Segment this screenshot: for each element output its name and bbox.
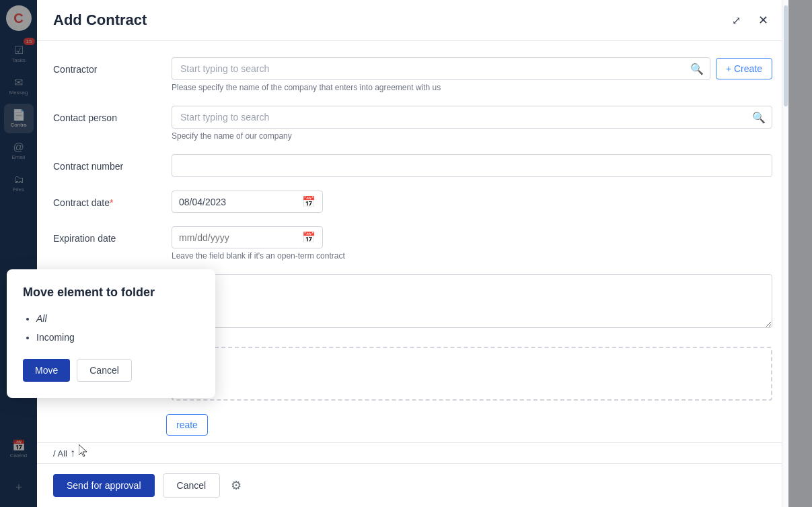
dialog-scrollbar[interactable] [782, 0, 788, 507]
contractor-search-wrapper: 🔍 [172, 57, 710, 80]
contractor-input-row: 🔍 + Create [172, 57, 772, 80]
contractor-field: 🔍 + Create Please specify the name of th… [172, 57, 772, 92]
contact-person-search-input[interactable] [172, 106, 772, 129]
dialog-scrollbar-thumb [784, 5, 788, 106]
expiration-date-wrapper[interactable]: 📅 [172, 226, 323, 248]
move-popup-title: Move element to folder [23, 285, 199, 300]
contractor-row: Contractor 🔍 + Create Please specify the… [53, 57, 772, 92]
contact-person-row: Contact person 🔍 Specify the name of our… [53, 106, 772, 141]
contractor-label: Contractor [53, 57, 161, 75]
contract-number-input[interactable] [172, 154, 772, 177]
contract-amount-textarea[interactable] [172, 274, 772, 328]
close-button[interactable]: ✕ [753, 11, 772, 30]
path-up-button[interactable]: ↑ [70, 447, 75, 459]
contractor-hint: Please specify the name of the company t… [172, 83, 772, 92]
move-popup-cancel-button[interactable]: Cancel [77, 359, 132, 382]
contract-number-field [172, 154, 772, 177]
contract-date-required: * [110, 197, 113, 208]
dialog-header-actions: ⤢ ✕ [727, 11, 772, 30]
move-to-folder-popup: Move element to folder All Incoming Move… [7, 269, 215, 398]
contact-person-search-wrapper: 🔍 [172, 106, 772, 129]
expand-button[interactable]: ⤢ [727, 11, 745, 30]
expiration-date-hint: Leave the field blank if it's an open-te… [172, 251, 772, 261]
close-icon: ✕ [758, 13, 768, 28]
folder-item-incoming[interactable]: Incoming [36, 332, 199, 343]
dialog-header: Add Contract ⤢ ✕ [37, 0, 788, 41]
contract-date-field: 📅 [172, 191, 772, 213]
contract-date-row: Contract date* 📅 [53, 191, 772, 213]
contact-person-field: 🔍 Specify the name of our company [172, 106, 772, 141]
expiration-date-label: Expiration date [53, 226, 161, 244]
contract-number-row: Contract number [53, 154, 772, 177]
send-for-approval-button[interactable]: Send for approval [53, 474, 155, 497]
add-btn-field: reate [166, 414, 772, 436]
file-upload-area[interactable] [172, 347, 772, 401]
upload-field [172, 344, 772, 401]
path-indicator: / All ↑ [37, 442, 788, 463]
expand-icon: ⤢ [732, 14, 741, 27]
contract-date-input[interactable] [179, 197, 297, 207]
add-contract-dialog: Add Contract ⤢ ✕ Contractor 🔍 + Create [37, 0, 788, 507]
reate-button[interactable]: reate [166, 414, 208, 436]
dialog-title: Add Contract [53, 11, 147, 29]
contract-date-wrapper[interactable]: 📅 [172, 191, 323, 213]
contact-person-label: Contact person [53, 106, 161, 123]
contract-date-label: Contract date* [53, 191, 161, 208]
expiration-date-row: Expiration date 📅 Leave the field blank … [53, 226, 772, 261]
expiration-date-input[interactable] [179, 232, 297, 243]
add-btn-label [53, 421, 161, 428]
contract-number-label: Contract number [53, 154, 161, 172]
settings-button[interactable]: ⚙ [228, 475, 244, 496]
cancel-button[interactable]: Cancel [163, 473, 221, 498]
folder-item-all[interactable]: All [36, 313, 199, 324]
contract-date-calendar-icon[interactable]: 📅 [302, 195, 316, 208]
dialog-footer: Send for approval Cancel ⚙ [37, 463, 788, 507]
contractor-search-input[interactable] [172, 57, 710, 80]
move-popup-list: All Incoming [23, 313, 199, 343]
expiration-date-calendar-icon[interactable]: 📅 [302, 231, 316, 244]
move-button[interactable]: Move [23, 359, 70, 382]
settings-icon: ⚙ [231, 479, 242, 492]
add-btn-row: reate [53, 414, 772, 436]
move-popup-actions: Move Cancel [23, 359, 199, 382]
path-text: / All [53, 448, 67, 459]
expiration-date-field: 📅 Leave the field blank if it's an open-… [172, 226, 772, 261]
contact-person-hint: Specify the name of our company [172, 131, 772, 141]
contract-amount-field [172, 274, 772, 331]
contractor-create-button[interactable]: + Create [716, 58, 772, 79]
